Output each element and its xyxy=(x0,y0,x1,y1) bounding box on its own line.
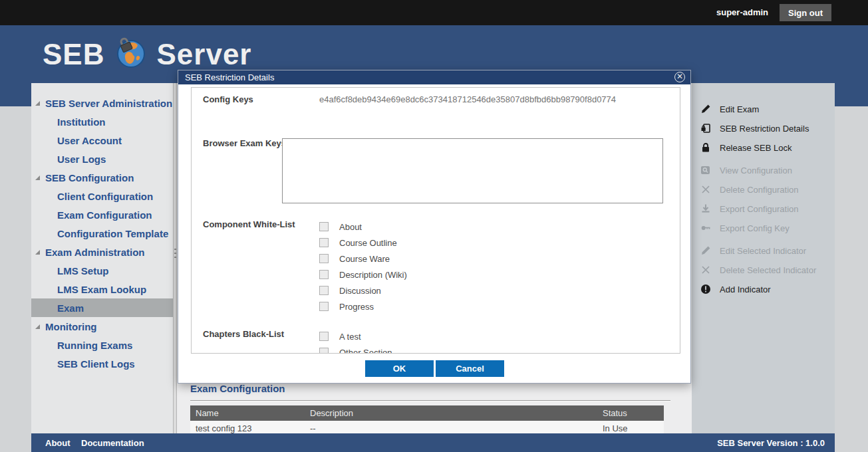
sign-out-button[interactable]: Sign out xyxy=(780,4,831,21)
footer-version-label: SEB Server Version : 1.0.0 xyxy=(717,438,825,448)
delete-x-icon xyxy=(700,265,711,275)
section-title-exam-configuration: Exam Configuration xyxy=(190,383,285,394)
globe-lock-icon xyxy=(115,37,147,72)
delete-x-icon xyxy=(700,184,711,195)
sidebar-item-label: SEB Configuration xyxy=(45,172,134,183)
sidebar-item-user-account[interactable]: User Account xyxy=(31,131,173,150)
ok-button[interactable]: OK xyxy=(365,360,434,377)
table-header-row: Name Description Status xyxy=(190,405,664,421)
dialog-form-frame: Config Keys e4af6cf8deb9434e69e8dc6c3734… xyxy=(191,87,680,354)
checkbox[interactable] xyxy=(319,302,329,311)
cancel-button[interactable]: Cancel xyxy=(436,360,504,377)
sidebar-item-label: LMS Exam Lookup xyxy=(57,284,146,295)
table-row[interactable]: test config 123 -- In Use xyxy=(190,421,664,433)
action-label: SEB Restriction Details xyxy=(720,124,809,134)
action-delete-selected-indicator: Delete Selected Indicator xyxy=(692,261,835,280)
action-panel: Edit Exam SEB Restriction Details Releas… xyxy=(692,83,835,433)
action-label: Edit Exam xyxy=(720,104,759,114)
sidebar-item-label: Institution xyxy=(57,116,105,128)
sidebar-item-exam-configuration[interactable]: Exam Configuration xyxy=(31,205,173,224)
section-divider xyxy=(190,400,670,401)
sidebar-item-label: Exam Configuration xyxy=(57,209,152,221)
logo-text-server: Server xyxy=(156,38,251,71)
sidebar-item-exam-administration[interactable]: Exam Administration xyxy=(31,243,173,261)
splitter-grip-dot xyxy=(174,249,176,250)
checkbox[interactable] xyxy=(319,238,329,247)
sidebar-item-label: SEB Client Logs xyxy=(57,358,135,370)
sidebar-item-label: Exam Administration xyxy=(45,247,144,258)
sidebar-item-seb-configuration[interactable]: SEB Configuration xyxy=(31,168,173,187)
sidebar-item-monitoring[interactable]: Monitoring xyxy=(31,317,173,336)
exam-configuration-table: Name Description Status test config 123 … xyxy=(190,405,664,433)
column-header-name: Name xyxy=(190,408,310,418)
sidebar-item-lms-exam-lookup[interactable]: LMS Exam Lookup xyxy=(31,280,173,298)
action-release-seb-lock[interactable]: Release SEB Lock xyxy=(692,138,835,158)
sidebar-item-seb-server-administration[interactable]: SEB Server Administration xyxy=(31,94,173,112)
document-lock-icon xyxy=(700,123,711,134)
action-label: Export Configuration xyxy=(720,204,799,214)
action-seb-restriction-details[interactable]: SEB Restriction Details xyxy=(692,119,835,138)
action-label: Delete Selected Indicator xyxy=(720,265,816,275)
checkbox[interactable] xyxy=(319,270,329,279)
top-bar: super-admin Sign out xyxy=(0,0,868,25)
checkbox-label: Course Ware xyxy=(339,254,390,264)
column-header-status: Status xyxy=(603,408,664,418)
action-label: Add Indicator xyxy=(720,284,771,294)
logo-text-seb: SEB xyxy=(43,38,104,71)
cell-status: In Use xyxy=(603,423,664,433)
checkbox[interactable] xyxy=(319,254,329,263)
splitter-grip-dot xyxy=(174,257,176,258)
checkbox-label: About xyxy=(339,222,362,232)
sidebar-item-label: Running Exams xyxy=(57,340,132,351)
exclamation-circle-icon xyxy=(700,284,711,294)
sidebar-item-label: SEB Server Administration xyxy=(45,98,172,109)
config-keys-label: Config Keys xyxy=(203,94,253,104)
checkbox[interactable] xyxy=(319,332,329,341)
seb-restriction-details-dialog: SEB Restriction Details ✕ Config Keys e4… xyxy=(178,70,691,384)
sidebar-item-label: Client Configuration xyxy=(57,191,153,202)
sidebar-item-label: Configuration Template xyxy=(57,228,168,239)
sidebar-item-label: Monitoring xyxy=(45,321,96,332)
sidebar-item-seb-client-logs[interactable]: SEB Client Logs xyxy=(31,354,173,373)
seb-server-app: super-admin Sign out SEB Server xyxy=(0,0,868,452)
splitter-grip-dot xyxy=(174,253,176,254)
view-configuration-icon xyxy=(700,165,711,175)
key-icon xyxy=(700,223,711,233)
sidebar-item-label: LMS Setup xyxy=(57,265,109,277)
checkbox[interactable] xyxy=(319,348,329,354)
sidebar-item-client-configuration[interactable]: Client Configuration xyxy=(31,187,173,205)
browser-exam-keys-input[interactable] xyxy=(282,138,663,203)
expand-arrow-icon[interactable] xyxy=(35,101,40,106)
close-icon[interactable]: ✕ xyxy=(674,72,685,82)
checkbox-label: Course Outline xyxy=(339,238,397,248)
expand-arrow-icon[interactable] xyxy=(35,324,40,329)
username-label: super-admin xyxy=(716,7,768,17)
action-add-indicator[interactable]: Add Indicator xyxy=(692,280,835,299)
sidebar-item-exam[interactable]: Exam xyxy=(31,298,173,317)
expand-arrow-icon[interactable] xyxy=(35,175,40,180)
action-label: View Configuration xyxy=(720,166,792,175)
cell-name: test config 123 xyxy=(190,423,310,433)
action-view-configuration: View Configuration xyxy=(692,161,835,180)
config-keys-value: e4af6cf8deb9434e69e8dc6c373418712546de35… xyxy=(319,94,616,104)
checkbox-label: Description (Wiki) xyxy=(339,270,407,280)
footer-bar: About Documentation SEB Server Version :… xyxy=(31,433,835,452)
sidebar-item-user-logs[interactable]: User Logs xyxy=(31,150,173,168)
expand-arrow-icon[interactable] xyxy=(35,250,40,255)
checkbox-label: Progress xyxy=(339,302,374,312)
action-edit-exam[interactable]: Edit Exam xyxy=(692,100,835,119)
sidebar-item-institution[interactable]: Institution xyxy=(31,112,173,131)
browser-exam-keys-label: Browser Exam Keys xyxy=(203,138,286,148)
chapters-blacklist-label: Chapters Black-List xyxy=(203,329,284,339)
footer-link-documentation[interactable]: Documentation xyxy=(81,438,144,448)
checkbox[interactable] xyxy=(319,286,329,295)
sidebar-item-lms-setup[interactable]: LMS Setup xyxy=(31,261,173,280)
checkbox[interactable] xyxy=(319,222,329,231)
dialog-titlebar: SEB Restriction Details ✕ xyxy=(178,70,690,84)
sidebar-item-configuration-template[interactable]: Configuration Template xyxy=(31,224,173,243)
pencil-icon xyxy=(700,104,711,114)
download-icon xyxy=(700,203,711,214)
checkbox-label: Other Section xyxy=(339,348,392,354)
sidebar-item-running-exams[interactable]: Running Exams xyxy=(31,336,173,354)
footer-link-about[interactable]: About xyxy=(45,438,71,448)
